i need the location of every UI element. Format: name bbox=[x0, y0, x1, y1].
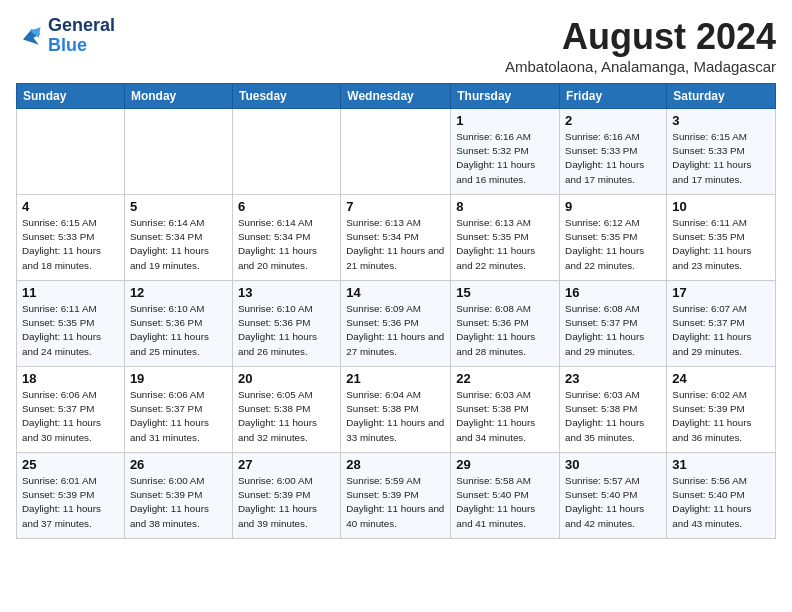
day-number: 23 bbox=[565, 371, 661, 386]
header-friday: Friday bbox=[560, 84, 667, 109]
day-number: 10 bbox=[672, 199, 770, 214]
day-number: 7 bbox=[346, 199, 445, 214]
day-number: 24 bbox=[672, 371, 770, 386]
calendar-week-5: 25Sunrise: 6:01 AMSunset: 5:39 PMDayligh… bbox=[17, 453, 776, 539]
day-number: 25 bbox=[22, 457, 119, 472]
day-info: Sunrise: 5:59 AMSunset: 5:39 PMDaylight:… bbox=[346, 474, 445, 531]
day-number: 31 bbox=[672, 457, 770, 472]
calendar-cell: 6Sunrise: 6:14 AMSunset: 5:34 PMDaylight… bbox=[232, 195, 340, 281]
day-info: Sunrise: 6:15 AMSunset: 5:33 PMDaylight:… bbox=[22, 216, 119, 273]
calendar-cell bbox=[341, 109, 451, 195]
logo: General Blue bbox=[16, 16, 115, 56]
calendar-cell bbox=[232, 109, 340, 195]
day-info: Sunrise: 6:13 AMSunset: 5:34 PMDaylight:… bbox=[346, 216, 445, 273]
day-number: 26 bbox=[130, 457, 227, 472]
day-info: Sunrise: 6:14 AMSunset: 5:34 PMDaylight:… bbox=[130, 216, 227, 273]
day-number: 30 bbox=[565, 457, 661, 472]
calendar-cell: 13Sunrise: 6:10 AMSunset: 5:36 PMDayligh… bbox=[232, 281, 340, 367]
day-info: Sunrise: 6:03 AMSunset: 5:38 PMDaylight:… bbox=[565, 388, 661, 445]
header-monday: Monday bbox=[124, 84, 232, 109]
calendar-cell: 5Sunrise: 6:14 AMSunset: 5:34 PMDaylight… bbox=[124, 195, 232, 281]
calendar-cell: 7Sunrise: 6:13 AMSunset: 5:34 PMDaylight… bbox=[341, 195, 451, 281]
day-number: 17 bbox=[672, 285, 770, 300]
calendar-cell: 15Sunrise: 6:08 AMSunset: 5:36 PMDayligh… bbox=[451, 281, 560, 367]
day-number: 9 bbox=[565, 199, 661, 214]
calendar-cell: 4Sunrise: 6:15 AMSunset: 5:33 PMDaylight… bbox=[17, 195, 125, 281]
month-title: August 2024 bbox=[505, 16, 776, 58]
calendar-cell: 14Sunrise: 6:09 AMSunset: 5:36 PMDayligh… bbox=[341, 281, 451, 367]
header-thursday: Thursday bbox=[451, 84, 560, 109]
day-info: Sunrise: 6:11 AMSunset: 5:35 PMDaylight:… bbox=[672, 216, 770, 273]
calendar-cell: 23Sunrise: 6:03 AMSunset: 5:38 PMDayligh… bbox=[560, 367, 667, 453]
calendar-cell: 3Sunrise: 6:15 AMSunset: 5:33 PMDaylight… bbox=[667, 109, 776, 195]
day-info: Sunrise: 6:09 AMSunset: 5:36 PMDaylight:… bbox=[346, 302, 445, 359]
calendar-cell: 18Sunrise: 6:06 AMSunset: 5:37 PMDayligh… bbox=[17, 367, 125, 453]
day-info: Sunrise: 6:12 AMSunset: 5:35 PMDaylight:… bbox=[565, 216, 661, 273]
calendar-cell: 19Sunrise: 6:06 AMSunset: 5:37 PMDayligh… bbox=[124, 367, 232, 453]
page-header: General Blue August 2024 Ambatolaona, An… bbox=[16, 16, 776, 75]
calendar-cell: 2Sunrise: 6:16 AMSunset: 5:33 PMDaylight… bbox=[560, 109, 667, 195]
day-number: 15 bbox=[456, 285, 554, 300]
day-info: Sunrise: 6:07 AMSunset: 5:37 PMDaylight:… bbox=[672, 302, 770, 359]
calendar-cell: 20Sunrise: 6:05 AMSunset: 5:38 PMDayligh… bbox=[232, 367, 340, 453]
day-info: Sunrise: 6:00 AMSunset: 5:39 PMDaylight:… bbox=[238, 474, 335, 531]
calendar-cell: 11Sunrise: 6:11 AMSunset: 5:35 PMDayligh… bbox=[17, 281, 125, 367]
day-info: Sunrise: 6:11 AMSunset: 5:35 PMDaylight:… bbox=[22, 302, 119, 359]
location-title: Ambatolaona, Analamanga, Madagascar bbox=[505, 58, 776, 75]
calendar-cell: 26Sunrise: 6:00 AMSunset: 5:39 PMDayligh… bbox=[124, 453, 232, 539]
calendar-cell: 30Sunrise: 5:57 AMSunset: 5:40 PMDayligh… bbox=[560, 453, 667, 539]
calendar-cell: 28Sunrise: 5:59 AMSunset: 5:39 PMDayligh… bbox=[341, 453, 451, 539]
day-info: Sunrise: 6:03 AMSunset: 5:38 PMDaylight:… bbox=[456, 388, 554, 445]
title-block: August 2024 Ambatolaona, Analamanga, Mad… bbox=[505, 16, 776, 75]
day-number: 28 bbox=[346, 457, 445, 472]
day-info: Sunrise: 6:08 AMSunset: 5:37 PMDaylight:… bbox=[565, 302, 661, 359]
calendar-week-2: 4Sunrise: 6:15 AMSunset: 5:33 PMDaylight… bbox=[17, 195, 776, 281]
day-info: Sunrise: 6:01 AMSunset: 5:39 PMDaylight:… bbox=[22, 474, 119, 531]
logo-icon bbox=[16, 22, 44, 50]
day-info: Sunrise: 6:06 AMSunset: 5:37 PMDaylight:… bbox=[22, 388, 119, 445]
day-number: 20 bbox=[238, 371, 335, 386]
day-number: 21 bbox=[346, 371, 445, 386]
day-info: Sunrise: 6:14 AMSunset: 5:34 PMDaylight:… bbox=[238, 216, 335, 273]
day-number: 19 bbox=[130, 371, 227, 386]
day-number: 12 bbox=[130, 285, 227, 300]
day-info: Sunrise: 5:57 AMSunset: 5:40 PMDaylight:… bbox=[565, 474, 661, 531]
day-info: Sunrise: 6:06 AMSunset: 5:37 PMDaylight:… bbox=[130, 388, 227, 445]
calendar-cell: 21Sunrise: 6:04 AMSunset: 5:38 PMDayligh… bbox=[341, 367, 451, 453]
calendar-table: SundayMondayTuesdayWednesdayThursdayFrid… bbox=[16, 83, 776, 539]
calendar-cell bbox=[124, 109, 232, 195]
header-wednesday: Wednesday bbox=[341, 84, 451, 109]
day-info: Sunrise: 6:10 AMSunset: 5:36 PMDaylight:… bbox=[130, 302, 227, 359]
header-saturday: Saturday bbox=[667, 84, 776, 109]
header-tuesday: Tuesday bbox=[232, 84, 340, 109]
day-info: Sunrise: 6:16 AMSunset: 5:33 PMDaylight:… bbox=[565, 130, 661, 187]
calendar-week-1: 1Sunrise: 6:16 AMSunset: 5:32 PMDaylight… bbox=[17, 109, 776, 195]
day-number: 14 bbox=[346, 285, 445, 300]
day-info: Sunrise: 6:04 AMSunset: 5:38 PMDaylight:… bbox=[346, 388, 445, 445]
calendar-week-4: 18Sunrise: 6:06 AMSunset: 5:37 PMDayligh… bbox=[17, 367, 776, 453]
day-info: Sunrise: 6:16 AMSunset: 5:32 PMDaylight:… bbox=[456, 130, 554, 187]
calendar-cell bbox=[17, 109, 125, 195]
calendar-cell: 10Sunrise: 6:11 AMSunset: 5:35 PMDayligh… bbox=[667, 195, 776, 281]
calendar-cell: 9Sunrise: 6:12 AMSunset: 5:35 PMDaylight… bbox=[560, 195, 667, 281]
day-info: Sunrise: 5:56 AMSunset: 5:40 PMDaylight:… bbox=[672, 474, 770, 531]
calendar-cell: 22Sunrise: 6:03 AMSunset: 5:38 PMDayligh… bbox=[451, 367, 560, 453]
calendar-cell: 24Sunrise: 6:02 AMSunset: 5:39 PMDayligh… bbox=[667, 367, 776, 453]
calendar-cell: 17Sunrise: 6:07 AMSunset: 5:37 PMDayligh… bbox=[667, 281, 776, 367]
day-info: Sunrise: 5:58 AMSunset: 5:40 PMDaylight:… bbox=[456, 474, 554, 531]
day-number: 6 bbox=[238, 199, 335, 214]
day-info: Sunrise: 6:13 AMSunset: 5:35 PMDaylight:… bbox=[456, 216, 554, 273]
day-number: 16 bbox=[565, 285, 661, 300]
day-number: 29 bbox=[456, 457, 554, 472]
day-number: 4 bbox=[22, 199, 119, 214]
header-sunday: Sunday bbox=[17, 84, 125, 109]
day-number: 11 bbox=[22, 285, 119, 300]
calendar-cell: 12Sunrise: 6:10 AMSunset: 5:36 PMDayligh… bbox=[124, 281, 232, 367]
day-info: Sunrise: 6:00 AMSunset: 5:39 PMDaylight:… bbox=[130, 474, 227, 531]
calendar-cell: 25Sunrise: 6:01 AMSunset: 5:39 PMDayligh… bbox=[17, 453, 125, 539]
day-number: 1 bbox=[456, 113, 554, 128]
calendar-cell: 8Sunrise: 6:13 AMSunset: 5:35 PMDaylight… bbox=[451, 195, 560, 281]
day-number: 2 bbox=[565, 113, 661, 128]
day-number: 5 bbox=[130, 199, 227, 214]
day-info: Sunrise: 6:02 AMSunset: 5:39 PMDaylight:… bbox=[672, 388, 770, 445]
